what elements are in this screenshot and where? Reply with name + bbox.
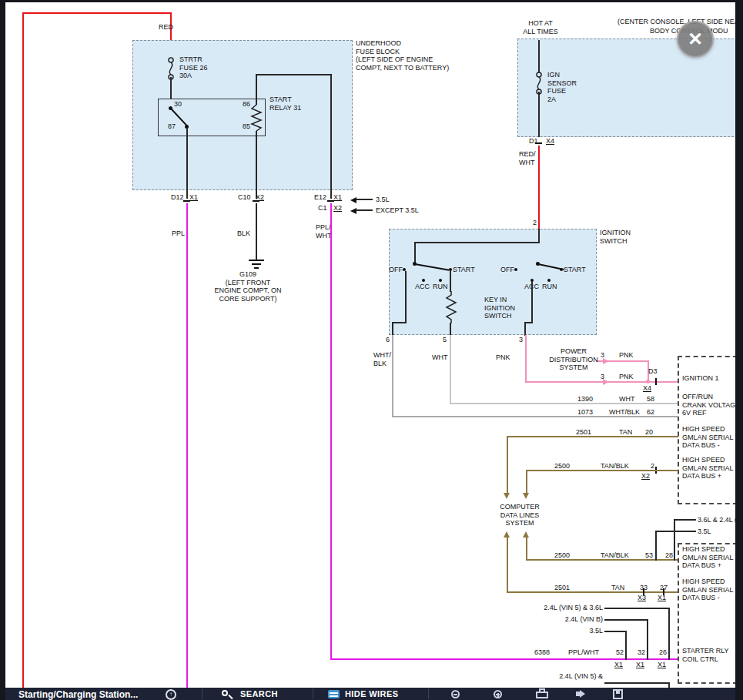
connector-tick [643,588,644,595]
tanblk-wire [526,470,527,493]
circuit-color: WHT [619,395,635,404]
strtr-fuse-label: STRTR FUSE 26 30A [179,55,208,80]
ignition-switch-title: IGNITION SWITCH [600,229,631,245]
arrowhead [523,531,529,538]
circuit-color: TAN/BLK [601,462,629,471]
fuse-block-location-note: UNDERHOOD FUSE BLOCK (LEFT SIDE OF ENGIN… [356,39,449,72]
switch-out-wire [450,323,451,335]
circuit-num: 3 [601,373,604,381]
hide-wires-icon [330,692,338,694]
hide-wires-icon[interactable] [328,690,340,698]
bcm-pin-62: 62 [647,408,654,417]
tan-wire [507,436,678,437]
save-icon [616,691,620,694]
print-icon[interactable] [536,692,548,698]
circuit-num: 2500 [554,462,570,471]
fuse-to-relay-wire [170,77,172,99]
connector-pin-e12: E12 [314,193,326,202]
bcm-bus-minus-label: HIGH SPEED GMLAN SERIAL DATA BUS - [682,425,734,450]
tan-wire [507,591,678,593]
circuit-color: TAN [611,584,624,592]
zoom-in-icon[interactable] [494,690,502,698]
key-in-switch-label: KEY IN IGNITION SWITCH [484,296,515,320]
pnk-wire [525,335,527,383]
switch-acc-label: ACC [415,283,430,291]
bcm-pin-52: 52 [616,648,624,657]
connector-pin-c10: C10 [238,193,251,202]
switch-out-wire [450,271,451,292]
connector-pin-d12: D12 [171,193,184,202]
switch-off-label: OFF [389,266,403,274]
connector-tick [663,588,664,595]
ign-fuse-feed-wire [538,40,540,72]
connector-pin-d3: D3 [648,367,658,376]
switch-start-label: START [453,266,475,274]
circuit-num: 1073 [577,408,593,417]
circuit-num: 2500 [554,551,570,560]
switch-run-label: RUN [433,283,448,291]
variant-line [604,682,670,684]
pplwht-wire [330,203,332,660]
ign-fuse-out-wire [538,92,540,137]
connector-x1: X1 [658,661,666,669]
bcm-location-note: (CENTER CONSOLE, LEFT SIDE NEA [617,18,735,26]
switch-out-wire [392,322,393,336]
variant-line [668,608,670,660]
resistor-icon [445,291,457,323]
red-wire-label: RED [159,23,173,32]
switch-out-wire [405,271,407,323]
variant-line [674,519,696,521]
bcm-pin-26: 26 [659,648,667,657]
tan-wire [507,436,508,493]
connector-x1: X1 [658,594,666,602]
variant-line [655,531,696,532]
search-button[interactable]: SEARCH [240,689,278,698]
switch-pin-3: 3 [519,336,523,344]
tanblk-wire [526,470,678,471]
circle-arrow-icon[interactable]: ↑ [166,689,176,700]
redwht-wire [538,146,540,229]
window-border-left [0,0,5,700]
connector-x2: X2 [333,204,342,213]
circuit-num: 2501 [576,428,591,437]
connector-x1: X1 [636,661,644,669]
relay-output-wire [186,128,188,199]
bcm-pin-32: 32 [638,648,645,657]
variant-label: 3.6L & 2.4L ( [698,516,735,524]
arrowhead [523,493,529,499]
zoom-in-icon [497,693,499,697]
hide-wires-button[interactable]: HIDE WIRES [345,689,398,698]
close-button[interactable]: ✕ [677,21,714,58]
toolbar-divider [313,688,313,699]
circuit-color: WHT/BLK [609,408,640,417]
zoom-out-icon [453,694,457,695]
window-border-right [735,0,743,700]
computer-data-lines-label: COMPUTER DATA LINES SYSTEM [494,503,545,528]
arrowhead [504,493,510,499]
contact-dot [560,268,563,271]
pplwht-wire-label: PPL/ WHT [316,223,332,239]
switch-out-wire [531,281,533,323]
zoom-out-icon[interactable] [451,690,460,698]
switch-off-label: OFF [500,266,514,274]
speaker-icon[interactable] [580,690,585,698]
whtblk-wire-label: WHT/ BLK [373,351,391,367]
variant-label: 2.4L (VIN 5) & [524,672,603,681]
contact-dot [547,279,551,282]
switch-pin-6: 6 [386,336,390,344]
connector-x4: X4 [643,384,651,393]
bottom-toolbar: Starting/Charging Station... ↑ SEARCH HI… [0,688,743,700]
bcm-bus-plus-label: HIGH SPEED GMLAN SERIAL DATA BUS + [682,456,734,481]
search-icon[interactable] [222,690,228,696]
bcm-ignition1-label: IGNITION 1 [682,374,719,383]
variant-line [647,619,648,660]
save-icon[interactable] [613,689,623,699]
circuit-color: PNK [619,351,634,360]
variant-label: 3.5L [524,627,603,635]
red-feed-wire [22,12,24,688]
arrowhead [504,531,510,538]
relay-name-label: START RELAY 31 [269,95,301,112]
relay-pin-85: 85 [243,122,250,131]
switch-out-wire [524,322,526,336]
search-icon[interactable] [228,695,233,699]
